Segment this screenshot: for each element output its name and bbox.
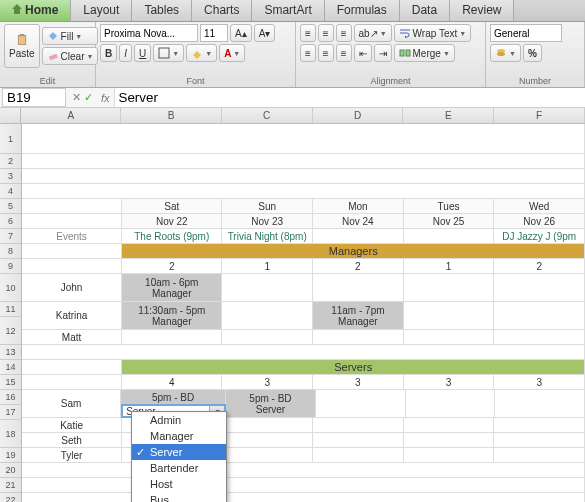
indent-decrease-button[interactable]: ⇤ (354, 44, 372, 62)
row-header-22[interactable]: 22 (0, 493, 22, 502)
percent-button[interactable]: % (523, 44, 542, 62)
row-header-7[interactable]: 7 (0, 229, 22, 244)
row-header-6[interactable]: 6 (0, 214, 22, 229)
align-middle-button[interactable]: ≡ (318, 24, 334, 42)
row-header-5[interactable]: 5 (0, 199, 22, 214)
name-box[interactable] (2, 88, 66, 107)
tab-smartart[interactable]: SmartArt (252, 0, 324, 21)
font-size-select[interactable] (200, 24, 228, 42)
wrap-text-button[interactable]: Wrap Text▼ (394, 24, 472, 42)
merge-icon (399, 47, 411, 59)
row-header-18[interactable]: 18 (0, 420, 22, 448)
align-left-button[interactable]: ≡ (300, 44, 316, 62)
fill-button[interactable]: Fill▼ (42, 27, 99, 45)
paste-button[interactable]: Paste (4, 24, 40, 68)
fill-color-button[interactable]: ▼ (186, 44, 217, 62)
currency-button[interactable]: ▼ (490, 44, 521, 62)
col-header-D[interactable]: D (313, 108, 404, 123)
cancel-icon[interactable]: ✕ (72, 91, 81, 104)
row-header-2[interactable]: 2 (0, 154, 22, 169)
dropdown-option[interactable]: Bus (132, 492, 226, 502)
group-label-align: Alignment (296, 76, 485, 86)
align-center-button[interactable]: ≡ (318, 44, 334, 62)
indent-increase-button[interactable]: ⇥ (374, 44, 392, 62)
manager-count: 1 (404, 259, 495, 274)
row-header-9[interactable]: 9 (0, 259, 22, 274)
bold-button[interactable]: B (100, 44, 117, 62)
tab-tables[interactable]: Tables (132, 0, 192, 21)
col-header-C[interactable]: C (222, 108, 313, 123)
tab-review[interactable]: Review (450, 0, 514, 21)
group-alignment: ≡ ≡ ≡ ab↗▼ Wrap Text▼ ≡ ≡ ≡ ⇤ ⇥ Merge▼ A… (296, 22, 486, 87)
row-header-4[interactable]: 4 (0, 184, 22, 199)
row-header-20[interactable]: 20 (0, 463, 22, 478)
day-header: Sun (222, 199, 313, 214)
align-top-button[interactable]: ≡ (300, 24, 316, 42)
col-header-F[interactable]: F (494, 108, 585, 123)
ribbon-body: Paste Fill▼ Clear▼ Edit A▴ A▾ B (0, 22, 585, 88)
tab-data[interactable]: Data (400, 0, 450, 21)
event-cell (404, 229, 495, 244)
tab-layout[interactable]: Layout (71, 0, 132, 21)
fx-icon[interactable]: fx (97, 92, 114, 104)
dropdown-option[interactable]: Bartender (132, 460, 226, 476)
cell-dropdown[interactable]: AdminManagerServerBartenderHostBus (131, 411, 227, 502)
select-all-corner[interactable] (0, 108, 21, 123)
col-header-E[interactable]: E (403, 108, 494, 123)
manager-name: John (22, 274, 122, 302)
server-name: Seth (22, 433, 122, 448)
date-header: Nov 25 (404, 214, 495, 229)
date-header: Nov 23 (222, 214, 313, 229)
italic-button[interactable]: I (119, 44, 132, 62)
day-header: Mon (313, 199, 404, 214)
svg-rect-5 (406, 50, 410, 56)
tab-home[interactable]: Home (0, 0, 71, 21)
dropdown-option[interactable]: Admin (132, 412, 226, 428)
date-header: Nov 24 (313, 214, 404, 229)
dropdown-option[interactable]: Manager (132, 428, 226, 444)
grid[interactable]: SatSunMonTuesWedNov 22Nov 23Nov 24Nov 25… (22, 124, 585, 502)
event-cell: DJ Jazzy J (9pm (494, 229, 585, 244)
shift-cell: 11am - 7pmManager (313, 302, 404, 330)
row-header-17[interactable]: 17 (0, 405, 22, 420)
row-header-19[interactable]: 19 (0, 448, 22, 463)
tab-formulas[interactable]: Formulas (325, 0, 400, 21)
row-header-13[interactable]: 13 (0, 345, 22, 360)
row-header-3[interactable]: 3 (0, 169, 22, 184)
shift-cell: 5pm - BDServer (226, 390, 316, 418)
shrink-font-button[interactable]: A▾ (254, 24, 276, 42)
svg-rect-1 (20, 34, 25, 36)
align-right-button[interactable]: ≡ (336, 44, 352, 62)
confirm-icon[interactable]: ✓ (84, 91, 93, 104)
merge-button[interactable]: Merge▼ (394, 44, 455, 62)
font-name-select[interactable] (100, 24, 198, 42)
underline-button[interactable]: U (134, 44, 151, 62)
grow-font-button[interactable]: A▴ (230, 24, 252, 42)
tab-charts[interactable]: Charts (192, 0, 252, 21)
row-header-15[interactable]: 15 (0, 375, 22, 390)
orientation-button[interactable]: ab↗▼ (354, 24, 392, 42)
col-header-A[interactable]: A (21, 108, 121, 123)
row-header-12[interactable]: 12 (0, 317, 22, 345)
border-button[interactable]: ▼ (153, 44, 184, 62)
manager-name: Katrina (22, 302, 122, 330)
font-color-button[interactable]: A▼ (219, 44, 245, 62)
dropdown-option[interactable]: Host (132, 476, 226, 492)
number-format-select[interactable] (490, 24, 562, 42)
clear-button[interactable]: Clear▼ (42, 47, 99, 65)
row-header-8[interactable]: 8 (0, 244, 22, 259)
align-bottom-button[interactable]: ≡ (336, 24, 352, 42)
event-cell: The Roots (9pm) (122, 229, 222, 244)
title-cell (22, 124, 585, 154)
svg-point-7 (497, 52, 505, 56)
row-header-16[interactable]: 16 (0, 390, 22, 405)
row-header-14[interactable]: 14 (0, 360, 22, 375)
row-header-1[interactable]: 1 (0, 124, 22, 154)
row-header-21[interactable]: 21 (0, 478, 22, 493)
col-header-B[interactable]: B (121, 108, 221, 123)
formula-input[interactable] (114, 88, 585, 107)
dropdown-option[interactable]: Server (132, 444, 226, 460)
row-header-11[interactable]: 11 (0, 302, 22, 317)
border-icon (158, 47, 170, 59)
row-header-10[interactable]: 10 (0, 274, 22, 302)
